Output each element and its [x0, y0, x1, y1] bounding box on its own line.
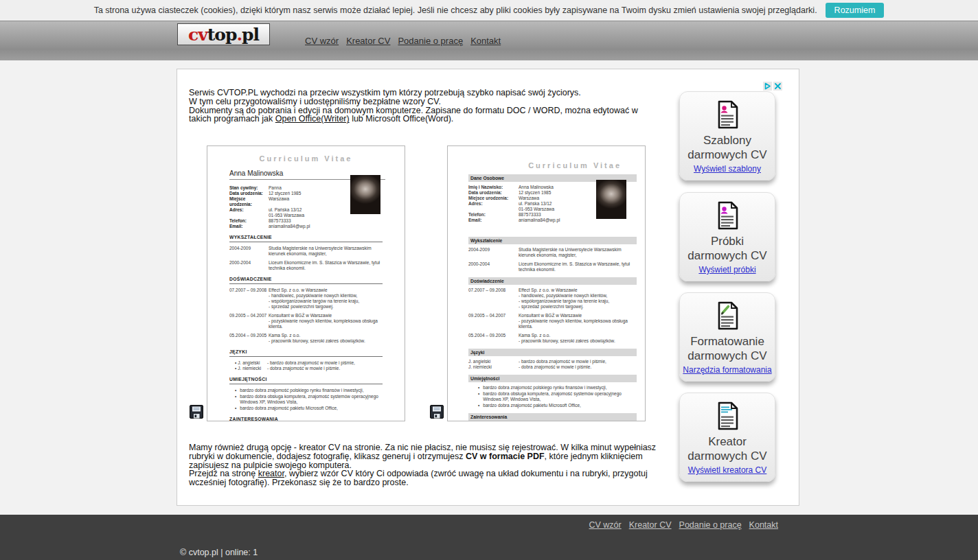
- cv-row: 2000-2004Liceum Ekonomiczne im. S. Stasz…: [229, 260, 383, 271]
- intro-line: Serwis CVTOP.PL wychodzi na przeciw wszy…: [189, 89, 661, 97]
- cv-row: 01-953 Warszawa: [229, 213, 346, 218]
- cv-row: 05.2004 – 09.2005Kama Sp. z o.o.- pracow…: [468, 333, 637, 344]
- ad-box-kreator[interactable]: Kreator darmowych CV Wyświetl kreatora C…: [679, 393, 775, 482]
- intro-line: Dokumenty są do pobrania i edycji na dom…: [189, 106, 661, 124]
- cv-row: Email:aniamalina84@wp.pl: [229, 224, 346, 229]
- cv-row: bardzo dobra znajomość polskiego rynku f…: [229, 388, 383, 393]
- cv-document-title: Curriculum Vitae: [207, 154, 405, 163]
- logo-part: cv: [188, 26, 207, 43]
- cv-row: Miejsce urodzenia:Warszawa: [229, 196, 346, 207]
- cv-document-edit-icon: [680, 300, 775, 331]
- close-icon[interactable]: [773, 82, 782, 91]
- cv-preview-classic: Curriculum Vitae Anna Malinowska Stan cy…: [207, 145, 405, 421]
- ad-box-formatowanie[interactable]: Formatowanie darmowych CV Narzędzia form…: [679, 292, 775, 382]
- cv-row: 2004-2009Studia Magisterskie na Uniwersy…: [468, 247, 637, 258]
- ad-title: Formatowanie darmowych CV: [680, 334, 775, 363]
- cv-row: 01-953 Warszawa: [468, 207, 595, 212]
- site-footer: CV wzór Kreator CV Podanie o pracę Konta…: [0, 515, 978, 560]
- outro-text: Mamy również drugą opcję - kreator CV na…: [189, 443, 675, 487]
- ad-box-szablony[interactable]: Szablony darmowych CV Wyświetl szablony: [679, 91, 775, 180]
- cv-row: 07.2007 – 09.2008Effect Sp. z o.o. w War…: [229, 288, 383, 310]
- main-content-panel: Serwis CVTOP.PL wychodzi na przeciw wszy…: [177, 69, 799, 506]
- cv-document-title: Curriculum Vitae: [448, 161, 622, 170]
- save-icon[interactable]: [430, 405, 444, 419]
- main-nav: CV wzór Kreator CV Podanie o pracę Konta…: [305, 21, 501, 60]
- cv-row: 2004-2009Studia Magisterskie na Uniwersy…: [229, 246, 383, 257]
- cv-row: 07.2007 – 09.2008Effect Sp. z o.o. w War…: [468, 288, 637, 310]
- footer-link-kreator-cv[interactable]: Kreator CV: [629, 520, 672, 530]
- intro-segment: lub Microsoft Office(Word).: [350, 114, 454, 124]
- adchoices-triangle-icon[interactable]: [763, 82, 772, 91]
- site-logo[interactable]: cvtop.pl: [177, 23, 270, 45]
- ad-link[interactable]: Wyświetl szablony: [694, 164, 761, 174]
- cv-photo: [596, 180, 626, 219]
- logo-part: top: [207, 26, 237, 43]
- cv-row: bardzo dobra znajomość pakietu Microsoft…: [229, 406, 383, 411]
- nav-link-cv-wzor[interactable]: CV wzór: [305, 36, 339, 46]
- cv-row: J. niemiecki- dobra znajomość w mowie i …: [468, 364, 637, 370]
- cv-row: Data urodzenia:12 styczeń 1985: [229, 191, 346, 196]
- ad-link[interactable]: Wyświetl kreatora CV: [688, 465, 767, 475]
- ad-title: Szablony darmowych CV: [680, 133, 775, 162]
- cv-row: J. niemiecki- dobra znajomość w mowie i …: [229, 366, 383, 371]
- cv-section-header: Języki: [468, 349, 637, 356]
- cv-preview-modern: Curriculum Vitae Dane Osobowe Imię i Naz…: [447, 145, 646, 421]
- cv-row: bardzo dobra znajomość pakietu Microsoft…: [468, 403, 637, 408]
- cv-document-person-icon: [680, 200, 775, 231]
- cv-row: Imię i Nazwisko:Anna Malinowska: [468, 185, 595, 190]
- ad-box-probki[interactable]: Próbki darmowych CV Wyświetl próbki: [679, 192, 775, 281]
- cv-section-header: Umiejętności: [468, 375, 637, 382]
- nav-link-kontakt[interactable]: Kontakt: [470, 36, 501, 46]
- cv-row: Miejsce urodzenia:Warszawa: [468, 196, 595, 201]
- cv-row: J. angielski- bardzo dobra znajomość w m…: [229, 360, 383, 366]
- ad-link[interactable]: Narzędzia formatowania: [683, 365, 771, 375]
- cv-row: Telefon:887573333: [229, 218, 346, 224]
- footer-nav: CV wzór Kreator CV Podanie o pracę Konta…: [589, 520, 778, 530]
- intro-text: Serwis CVTOP.PL wychodzi na przeciw wszy…: [189, 89, 661, 124]
- cv-row: Adres:ul. Pańska 13/12: [229, 207, 346, 213]
- cv-personal-data: Stan cywilny:Panna Data urodzenia:12 sty…: [229, 185, 346, 229]
- save-icon[interactable]: [190, 405, 203, 419]
- cv-section-header: Zainteresowania: [468, 413, 637, 421]
- cv-section-header: WYKSZTAŁCENIE: [229, 235, 383, 242]
- cv-row: J. angielski- bardzo dobra znajomość w m…: [468, 359, 637, 364]
- logo-part: .: [236, 26, 242, 43]
- cv-section-header: Wykształcenie: [468, 237, 637, 244]
- cv-row: Data urodzenia:12 styczeń 1985: [468, 190, 595, 196]
- ad-title: Kreator darmowych CV: [680, 434, 775, 463]
- copyright-text: © cvtop.pl | online: 1: [180, 548, 258, 557]
- nav-link-podanie[interactable]: Podanie o pracę: [398, 36, 463, 46]
- cv-section-header: ZAINTERESOWANIA: [229, 417, 383, 421]
- cv-personal-data: Imię i Nazwisko:Anna Malinowska Data uro…: [468, 185, 595, 223]
- logo-part: pl: [242, 26, 259, 43]
- cv-document-lines-icon: [680, 400, 775, 432]
- ad-title: Próbki darmowych CV: [680, 234, 775, 263]
- footer-link-podanie[interactable]: Podanie o pracę: [679, 520, 742, 530]
- nav-link-kreator-cv[interactable]: Kreator CV: [346, 36, 390, 46]
- cv-row: 05.2004 – 09.2005Kama Sp. z o.o.- pracow…: [229, 333, 383, 344]
- cookie-accept-button[interactable]: Rozumiem: [826, 3, 885, 18]
- cv-section-header: Doświadczenie: [468, 277, 637, 285]
- outro-bold: CV w formacie PDF: [466, 452, 545, 461]
- open-office-link[interactable]: Open Office(Writer): [275, 114, 350, 124]
- footer-link-cv-wzor[interactable]: CV wzór: [589, 520, 621, 530]
- cv-photo: [350, 175, 380, 214]
- cv-row: bardzo dobra obsługa komputera, znajomoś…: [229, 394, 383, 405]
- cv-row: bardzo dobra znajomość polskiego rynku f…: [468, 385, 637, 390]
- ad-link[interactable]: Wyświetl próbki: [698, 265, 755, 275]
- cv-row: 09.2005 – 04.2007Konsultant w BGŻ w Wars…: [468, 313, 637, 329]
- cv-row: 2000-2004Liceum Ekonomiczne im. S. Stasz…: [468, 261, 637, 272]
- cv-row: bardzo dobra obsługa komputera, znajomoś…: [468, 391, 637, 402]
- cookie-text: Ta strona używa ciasteczek (cookies), dz…: [94, 5, 817, 15]
- cv-section-header: JĘZYKI: [229, 349, 383, 357]
- outro-line: Mamy również drugą opcję - kreator CV na…: [189, 443, 675, 469]
- cv-row: Stan cywilny:Panna: [229, 185, 346, 191]
- footer-link-kontakt[interactable]: Kontakt: [749, 520, 778, 530]
- cv-row: Adres:ul. Pańska 13/12: [468, 201, 595, 207]
- cv-row: 09.2005 – 04.2007Konsultant w BGŻ w Wars…: [229, 313, 383, 329]
- outro-line: Przejdź na stronę kreator, wybierz wzór …: [189, 469, 675, 487]
- ad-controls: [763, 82, 782, 91]
- cv-row: Telefon:887573333: [468, 212, 595, 218]
- site-header: cvtop.pl CV wzór Kreator CV Podanie o pr…: [0, 21, 978, 60]
- cv-row: Email:aniamalina84@wp.pl: [468, 218, 595, 223]
